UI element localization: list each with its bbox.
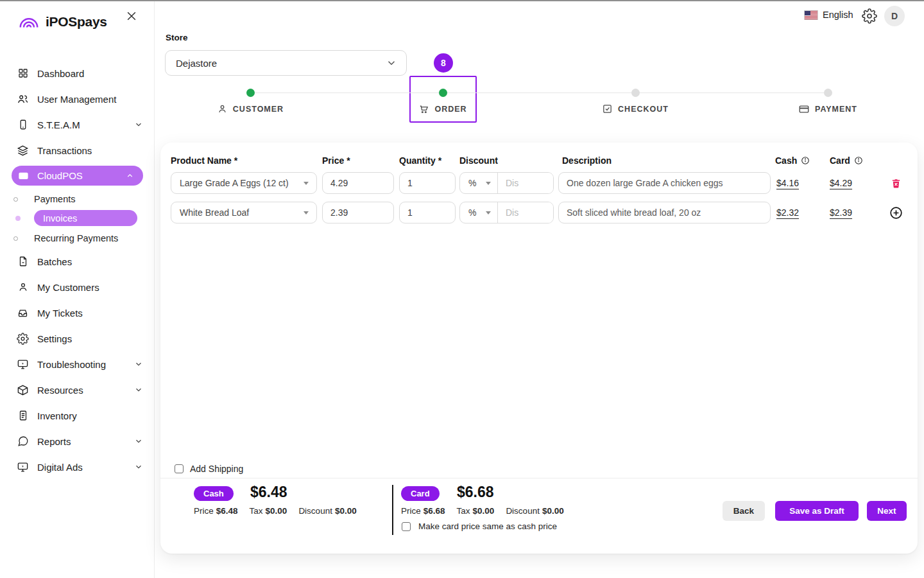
save-as-draft-button[interactable]: Save as Draft	[775, 501, 859, 521]
sidebar-item-label: Invoices	[43, 213, 77, 223]
card-tax-breakdown: Tax$0.00	[457, 506, 495, 516]
price-input[interactable]	[322, 172, 394, 194]
sidebar-item-label: My Tickets	[37, 308, 143, 319]
document-icon	[17, 410, 29, 422]
delete-row-icon[interactable]	[889, 176, 903, 190]
col-header-cash: Cash	[775, 155, 810, 166]
layers-icon	[17, 144, 29, 157]
col-header-cash-text: Cash	[775, 155, 797, 166]
step-dot-order	[439, 89, 447, 97]
chevron-down-icon	[134, 437, 143, 446]
sidebar-item-label: Resources	[37, 385, 134, 396]
sidebar-item-user-management[interactable]: User Management	[0, 86, 155, 112]
tab-step-payment[interactable]: PAYMENT	[757, 103, 898, 115]
product-select[interactable]: Large Grade A Eggs (12 ct)	[171, 172, 317, 194]
quantity-input[interactable]	[399, 172, 456, 194]
sidebar-item-label: Transactions	[37, 145, 143, 156]
person-icon	[17, 281, 29, 293]
sidebar-item-my-tickets[interactable]: My Tickets	[0, 300, 155, 326]
sidebar-item-payments[interactable]: Payments	[0, 191, 155, 207]
step-label-text: ORDER	[434, 105, 466, 114]
sidebar-item-cloudpos[interactable]: CloudPOS	[12, 166, 143, 186]
discount-unit-value: %	[468, 207, 476, 218]
sidebar-item-label: S.T.E.A.M	[37, 119, 134, 130]
sidebar-item-dashboard[interactable]: Dashboard	[0, 60, 155, 86]
product-select[interactable]: White Bread Loaf	[171, 202, 317, 223]
sidebar-item-label: User Management	[37, 94, 143, 105]
same-price-label: Make card price same as cash price	[418, 521, 557, 531]
language-selector[interactable]: English	[805, 10, 853, 20]
info-icon[interactable]	[854, 156, 863, 165]
price-input[interactable]	[322, 202, 394, 223]
us-flag-icon	[805, 11, 817, 19]
sidebar-item-label: Reports	[37, 436, 134, 447]
add-shipping-checkbox[interactable]	[175, 464, 184, 473]
sidebar-item-label: Inventory	[37, 410, 143, 421]
back-button[interactable]: Back	[723, 501, 765, 521]
sidebar-item-label: Recurring Payments	[34, 233, 118, 243]
sidebar-item-label: Dashboard	[37, 68, 143, 79]
sidebar-item-batches[interactable]: Batches	[0, 249, 155, 274]
users-icon	[17, 93, 29, 105]
sidebar-item-digital-ads[interactable]: Digital Ads	[0, 454, 155, 480]
card-icon	[17, 170, 30, 182]
col-header-price: Price *	[322, 155, 350, 166]
info-icon[interactable]	[801, 156, 810, 165]
discount-unit-select[interactable]: %	[460, 173, 498, 193]
add-shipping-row: Add Shipping	[175, 464, 243, 474]
next-button[interactable]: Next	[867, 501, 907, 521]
add-row-icon[interactable]	[889, 206, 903, 220]
discount-input[interactable]	[498, 173, 553, 193]
caret-down-icon	[486, 211, 491, 215]
card-badge: Card	[401, 486, 440, 501]
card-total: $6.68	[457, 484, 494, 501]
add-shipping-label: Add Shipping	[190, 464, 243, 474]
cash-price-breakdown: Price$6.48	[194, 506, 238, 516]
divider	[160, 478, 918, 478]
sidebar-item-inventory[interactable]: Inventory	[0, 403, 155, 428]
sidebar-item-invoices[interactable]: Invoices	[34, 210, 137, 226]
sidebar-item-settings[interactable]: Settings	[0, 326, 155, 351]
col-header-card: Card	[830, 155, 863, 166]
logo-arcs-icon	[18, 15, 40, 28]
package-icon	[17, 384, 29, 396]
language-label: English	[823, 10, 853, 20]
same-price-checkbox[interactable]	[402, 522, 411, 531]
store-select[interactable]: Dejastore	[165, 50, 407, 76]
cash-price-value[interactable]: $2.32	[776, 207, 799, 218]
discount-unit-value: %	[468, 178, 476, 188]
tab-step-checkout[interactable]: CHECKOUT	[565, 103, 706, 114]
totals-divider	[392, 485, 393, 535]
step-dot-customer	[246, 89, 255, 97]
cash-price-value[interactable]: $4.16	[776, 178, 799, 188]
description-input[interactable]	[558, 202, 771, 223]
chevron-down-icon	[134, 462, 143, 471]
sidebar-item-label: Troubleshooting	[37, 359, 134, 370]
tab-step-order[interactable]: ORDER	[372, 103, 513, 114]
quantity-input[interactable]	[399, 202, 456, 223]
card-price-value[interactable]: $2.39	[830, 207, 852, 218]
avatar[interactable]: D	[884, 6, 905, 26]
discount-input[interactable]	[498, 202, 553, 223]
bullet-icon	[13, 197, 18, 202]
col-header-product: Product Name *	[171, 155, 237, 166]
settings-gear-icon[interactable]	[862, 8, 877, 24]
sidebar-item-reports[interactable]: Reports	[0, 428, 155, 454]
description-input[interactable]	[558, 172, 771, 194]
sidebar-item-resources[interactable]: Resources	[0, 377, 155, 403]
gear-icon	[17, 333, 29, 345]
sidebar-item-my-customers[interactable]: My Customers	[0, 274, 155, 300]
discount-unit-select[interactable]: %	[460, 202, 498, 223]
sidebar-item-recurring-payments[interactable]: Recurring Payments	[0, 230, 155, 247]
card-price-value[interactable]: $4.29	[830, 178, 852, 188]
sidebar-item-troubleshooting[interactable]: Troubleshooting	[0, 351, 155, 377]
close-sidebar-icon[interactable]	[125, 10, 138, 22]
caret-down-icon	[486, 182, 491, 185]
logo: iPOSpays	[18, 14, 107, 30]
tab-step-customer[interactable]: CUSTOMER	[180, 103, 321, 114]
monitor-icon	[17, 358, 29, 371]
col-header-description: Description	[562, 155, 612, 166]
sidebar-item-transactions[interactable]: Transactions	[0, 137, 155, 163]
caret-down-icon	[304, 182, 309, 185]
sidebar-item-steam[interactable]: S.T.E.A.M	[0, 112, 155, 137]
